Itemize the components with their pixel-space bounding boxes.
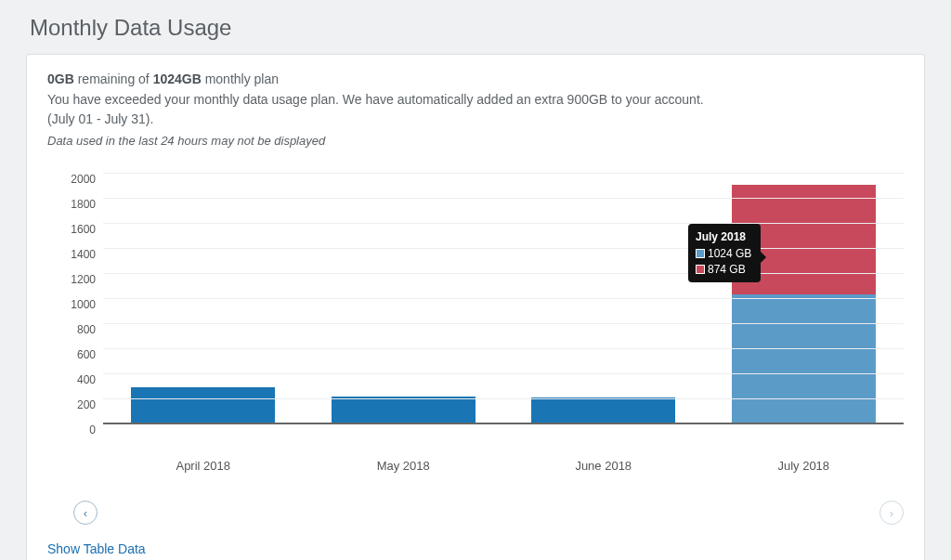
page-title: Monthly Data Usage bbox=[0, 0, 951, 54]
bar-stack bbox=[332, 397, 476, 423]
bar-segment-primary bbox=[732, 294, 876, 423]
chart-nav: ‹ › bbox=[47, 501, 904, 527]
grid-line bbox=[103, 223, 904, 224]
tooltip-title: July 2018 bbox=[696, 229, 753, 244]
grid-line bbox=[103, 173, 904, 174]
summary-disclaimer: Data used in the last 24 hours may not b… bbox=[47, 132, 904, 150]
bar-segment-primary bbox=[131, 387, 275, 423]
tooltip-value-overage: 874 GB bbox=[708, 262, 746, 277]
grid-line bbox=[103, 248, 904, 249]
swatch-overage-icon bbox=[696, 265, 705, 274]
bar-stack bbox=[531, 397, 675, 423]
plan-value: 1024GB bbox=[153, 72, 202, 86]
remaining-word: remaining of bbox=[78, 72, 150, 86]
grid-line bbox=[103, 323, 904, 324]
grid-line bbox=[103, 398, 904, 399]
summary-line-exceeded: You have exceeded your monthly data usag… bbox=[47, 90, 904, 111]
summary-line-remaining: 0GB remaining of 1024GB monthly plan bbox=[47, 70, 904, 90]
tooltip-row-primary: 1024 GB bbox=[696, 246, 753, 261]
x-axis-label: July 2018 bbox=[704, 459, 905, 473]
x-axis-label: April 2018 bbox=[103, 459, 304, 473]
bar-stack bbox=[732, 185, 876, 423]
plan-word: monthly plan bbox=[205, 72, 279, 86]
prev-month-button[interactable]: ‹ bbox=[73, 501, 98, 525]
grid-line bbox=[103, 348, 904, 349]
chevron-right-icon: › bbox=[890, 506, 893, 520]
tooltip-value-primary: 1024 GB bbox=[708, 246, 751, 261]
x-axis-label: June 2018 bbox=[503, 459, 704, 473]
grid-line bbox=[103, 273, 904, 274]
bar-segment-primary bbox=[332, 397, 476, 423]
x-axis-label: May 2018 bbox=[304, 459, 504, 473]
usage-card: 0GB remaining of 1024GB monthly plan You… bbox=[26, 54, 925, 560]
grid-line bbox=[103, 298, 904, 299]
grid-line bbox=[103, 373, 904, 374]
chart-plot: July 2018 1024 GB 874 GB bbox=[103, 173, 904, 423]
grid-line bbox=[103, 423, 904, 424]
show-table-data-link[interactable]: Show Table Data bbox=[47, 541, 146, 556]
remaining-value: 0GB bbox=[47, 72, 74, 86]
y-axis: 0200400600800100012001400160018002000 bbox=[47, 173, 103, 423]
chart-tooltip: July 2018 1024 GB 874 GB bbox=[688, 224, 761, 282]
swatch-primary-icon bbox=[696, 249, 705, 258]
usage-chart: 0200400600800100012001400160018002000 Ju… bbox=[47, 173, 904, 451]
bar-segment-primary bbox=[531, 397, 675, 423]
summary-line-period: (July 01 - July 31). bbox=[47, 110, 904, 130]
chevron-left-icon: ‹ bbox=[84, 506, 87, 520]
summary-block: 0GB remaining of 1024GB monthly plan You… bbox=[47, 70, 904, 150]
next-month-button[interactable]: › bbox=[879, 501, 904, 525]
grid-line bbox=[103, 198, 904, 199]
x-axis-labels: April 2018May 2018June 2018July 2018 bbox=[103, 459, 904, 473]
tooltip-row-overage: 874 GB bbox=[696, 262, 753, 277]
bar-stack bbox=[131, 387, 275, 423]
